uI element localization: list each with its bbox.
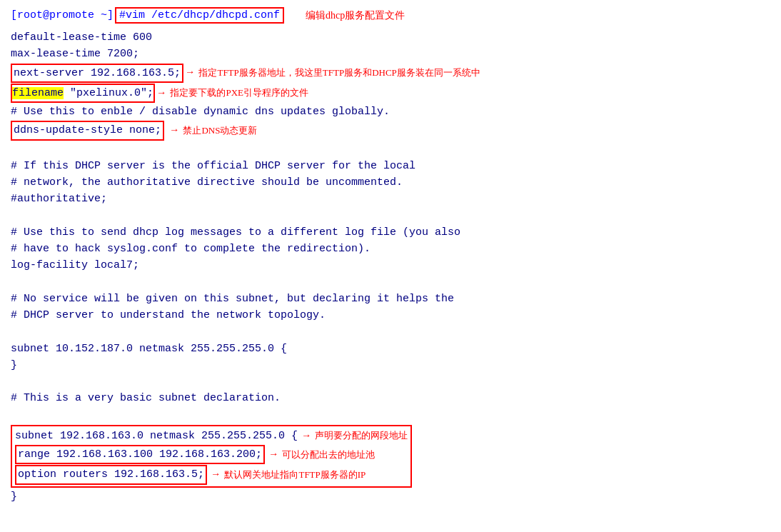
code-text: #authoritative; [11,191,107,207]
line-basic-subnet: # This is a very basic subnet declaratio… [11,390,770,406]
arrow-filename: → [158,86,164,101]
code-text: log-facility local7; [11,257,139,273]
code-text: # Use this to enble / disable dynamic dn… [11,104,390,120]
line-default-lease: default-lease-time 600 [11,29,770,46]
code-text: } [11,357,17,373]
arrow-range: → [271,447,276,463]
code-text: # DHCP server to understand the network … [11,307,326,323]
line-use-this: # Use this to enble / disable dynamic dn… [11,104,770,120]
empty-4 [11,323,770,340]
line-use-send: # Use this to send dhcp log messages to … [11,224,770,241]
header-line: [root@promote ~] #vim /etc/dhcp/dhcpd.co… [11,7,770,24]
filename-yellow: filename [12,87,64,99]
line-filename: filename "pxelinux.0"; → 指定要下载的PXE引导程序的文… [11,84,770,103]
line-hack: # have to hack syslog.conf to complete t… [11,241,770,257]
empty-3 [11,274,770,291]
range-box: range 192.168.163.100 192.168.163.200; [15,445,265,464]
arrow-ddns: → [171,123,177,139]
line-dhcp-server: # DHCP server to understand the network … [11,307,770,323]
annotation-routers: 默认网关地址指向TFTP服务器的IP [224,468,366,482]
annotation-subnet: 声明要分配的网段地址 [315,428,408,443]
empty-6 [11,407,770,423]
code-text: # If this DHCP server is the official DH… [11,158,415,174]
annotation-range: 可以分配出去的地址池 [282,448,375,462]
line-max-lease: max-lease-time 7200; [11,46,770,62]
code-text: # Use this to send dhcp log messages to … [11,224,460,241]
arrow-subnet: → [303,428,309,444]
subnet-block: subnet 192.168.163.0 netmask 255.255.255… [11,425,412,488]
subnet-192-text: subnet 192.168.163.0 netmask 255.255.255… [15,428,298,444]
code-text: default-lease-time 600 [11,29,152,46]
arrow-next-server: → [187,65,193,81]
line-subnet-10: subnet 10.152.187.0 netmask 255.255.255.… [11,341,770,357]
code-text: # No service will be given on this subne… [11,291,454,307]
annotation-next-server: 指定TFTP服务器地址，我这里TFTP服务和DHCP服务装在同一系统中 [198,66,480,80]
empty-5 [11,373,770,390]
routers-box: option routers 192.168.163.5; [15,465,207,484]
line-log: log-facility local7; [11,257,770,273]
content-area: default-lease-time 600 max-lease-time 72… [11,29,770,505]
code-text: # have to hack syslog.conf to complete t… [11,241,371,257]
line-authoritative: #authoritative; [11,191,770,207]
code-text: subnet 10.152.187.0 netmask 255.255.255.… [11,341,287,357]
prompt: [root@promote ~] [11,9,114,21]
annotation-filename: 指定要下载的PXE引导程序的文件 [170,86,308,100]
annotation-ddns: 禁止DNS动态更新 [183,124,257,138]
empty-1 [11,141,770,158]
subnet-line-1: subnet 192.168.163.0 netmask 255.255.255… [15,428,408,444]
line-close-10: } [11,357,770,373]
line-next-server: next-server 192.168.163.5; → 指定TFTP服务器地址… [11,64,770,83]
arrow-routers: → [213,467,218,483]
subnet-routers-wrapper: option routers 192.168.163.5; → 默认网关地址指向… [15,465,408,484]
code-text: # This is a very basic subnet declaratio… [11,390,281,406]
header-annotation: 编辑dhcp服务配置文件 [306,9,405,22]
empty-2 [11,208,770,224]
code-text: # network, the authoritative directive s… [11,174,403,191]
filename-box: filename "pxelinux.0"; [11,84,155,103]
command-box: #vim /etc/dhcp/dhcpd.conf [115,7,284,24]
code-text: } [11,488,17,505]
line-if-dhcp: # If this DHCP server is the official DH… [11,158,770,174]
line-network: # network, the authoritative directive s… [11,174,770,191]
code-text: max-lease-time 7200; [11,46,139,62]
line-no-service: # No service will be given on this subne… [11,291,770,307]
ddns-box: ddns-update-style none; [11,121,164,140]
filename-rest: "pxelinux.0"; [64,87,153,99]
subnet-range-wrapper: range 192.168.163.100 192.168.163.200; →… [15,445,408,464]
next-server-box: next-server 192.168.163.5; [11,64,183,83]
subnet-close: } [11,488,770,505]
terminal-window: [root@promote ~] #vim /etc/dhcp/dhcpd.co… [11,7,770,505]
line-ddns: ddns-update-style none; → 禁止DNS动态更新 [11,121,770,140]
